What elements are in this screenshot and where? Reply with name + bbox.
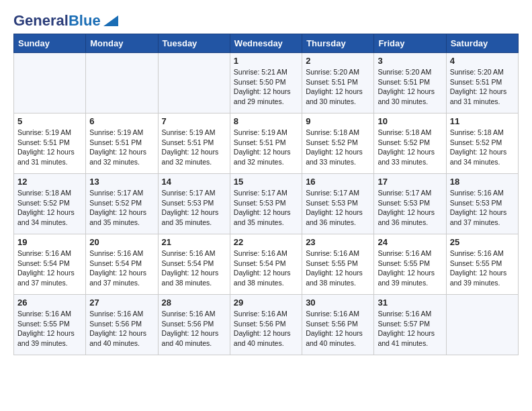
- day-number: 5: [17, 116, 82, 126]
- calendar-cell: 25Sunrise: 5:16 AM Sunset: 5:55 PM Dayli…: [446, 234, 518, 295]
- day-info: Sunrise: 5:16 AM Sunset: 5:54 PM Dayligh…: [162, 248, 226, 288]
- calendar-table: SundayMondayTuesdayWednesdayThursdayFrid…: [13, 34, 519, 355]
- day-info: Sunrise: 5:17 AM Sunset: 5:52 PM Dayligh…: [89, 188, 154, 228]
- day-info: Sunrise: 5:18 AM Sunset: 5:52 PM Dayligh…: [450, 128, 515, 167]
- day-number: 19: [17, 237, 82, 247]
- calendar-week-1: 1Sunrise: 5:21 AM Sunset: 5:50 PM Daylig…: [14, 53, 519, 113]
- day-number: 23: [306, 237, 370, 247]
- calendar-cell: 17Sunrise: 5:17 AM Sunset: 5:53 PM Dayli…: [374, 174, 446, 234]
- day-info: Sunrise: 5:16 AM Sunset: 5:54 PM Dayligh…: [17, 248, 82, 288]
- day-info: Sunrise: 5:16 AM Sunset: 5:55 PM Dayligh…: [450, 248, 515, 288]
- day-info: Sunrise: 5:20 AM Sunset: 5:51 PM Dayligh…: [306, 67, 370, 107]
- day-number: 30: [306, 298, 370, 308]
- calendar-cell: 12Sunrise: 5:18 AM Sunset: 5:52 PM Dayli…: [14, 174, 86, 234]
- day-number: 16: [306, 177, 370, 187]
- day-info: Sunrise: 5:16 AM Sunset: 5:56 PM Dayligh…: [234, 309, 298, 349]
- col-header-tuesday: Tuesday: [158, 34, 230, 53]
- day-info: Sunrise: 5:17 AM Sunset: 5:53 PM Dayligh…: [378, 188, 442, 228]
- day-number: 1: [234, 56, 298, 66]
- calendar-cell: 8Sunrise: 5:19 AM Sunset: 5:51 PM Daylig…: [230, 113, 302, 174]
- day-number: 21: [162, 237, 226, 247]
- calendar-week-4: 19Sunrise: 5:16 AM Sunset: 5:54 PM Dayli…: [14, 234, 519, 295]
- calendar-cell: [446, 295, 518, 355]
- day-number: 31: [378, 298, 442, 308]
- calendar-cell: 20Sunrise: 5:16 AM Sunset: 5:54 PM Dayli…: [86, 234, 158, 295]
- calendar-cell: 3Sunrise: 5:20 AM Sunset: 5:51 PM Daylig…: [374, 53, 446, 113]
- logo: GeneralBlue: [13, 13, 118, 28]
- day-info: Sunrise: 5:18 AM Sunset: 5:52 PM Dayligh…: [306, 128, 370, 167]
- calendar-cell: 24Sunrise: 5:16 AM Sunset: 5:55 PM Dayli…: [374, 234, 446, 295]
- calendar-week-2: 5Sunrise: 5:19 AM Sunset: 5:51 PM Daylig…: [14, 113, 519, 174]
- calendar-cell: 5Sunrise: 5:19 AM Sunset: 5:51 PM Daylig…: [14, 113, 86, 174]
- col-header-friday: Friday: [374, 34, 446, 53]
- calendar-cell: 15Sunrise: 5:17 AM Sunset: 5:53 PM Dayli…: [230, 174, 302, 234]
- day-info: Sunrise: 5:16 AM Sunset: 5:55 PM Dayligh…: [306, 248, 370, 288]
- day-number: 25: [450, 237, 515, 247]
- calendar-cell: 27Sunrise: 5:16 AM Sunset: 5:56 PM Dayli…: [86, 295, 158, 355]
- day-info: Sunrise: 5:16 AM Sunset: 5:55 PM Dayligh…: [378, 248, 442, 288]
- day-number: 14: [162, 177, 226, 187]
- day-info: Sunrise: 5:19 AM Sunset: 5:51 PM Dayligh…: [89, 128, 154, 167]
- day-number: 27: [89, 298, 154, 308]
- day-number: 6: [89, 116, 154, 126]
- day-number: 10: [378, 116, 442, 126]
- day-number: 9: [306, 116, 370, 126]
- day-info: Sunrise: 5:16 AM Sunset: 5:56 PM Dayligh…: [162, 309, 226, 349]
- day-info: Sunrise: 5:17 AM Sunset: 5:53 PM Dayligh…: [162, 188, 226, 228]
- day-info: Sunrise: 5:17 AM Sunset: 5:53 PM Dayligh…: [306, 188, 370, 228]
- col-header-saturday: Saturday: [446, 34, 518, 53]
- calendar-cell: 28Sunrise: 5:16 AM Sunset: 5:56 PM Dayli…: [158, 295, 230, 355]
- day-info: Sunrise: 5:16 AM Sunset: 5:56 PM Dayligh…: [89, 309, 154, 349]
- calendar-cell: [14, 53, 86, 113]
- calendar-cell: 30Sunrise: 5:16 AM Sunset: 5:56 PM Dayli…: [302, 295, 374, 355]
- day-info: Sunrise: 5:16 AM Sunset: 5:54 PM Dayligh…: [234, 248, 298, 288]
- day-number: 2: [306, 56, 370, 66]
- calendar-cell: 19Sunrise: 5:16 AM Sunset: 5:54 PM Dayli…: [14, 234, 86, 295]
- calendar-cell: 23Sunrise: 5:16 AM Sunset: 5:55 PM Dayli…: [302, 234, 374, 295]
- calendar-cell: 13Sunrise: 5:17 AM Sunset: 5:52 PM Dayli…: [86, 174, 158, 234]
- calendar-cell: 9Sunrise: 5:18 AM Sunset: 5:52 PM Daylig…: [302, 113, 374, 174]
- day-info: Sunrise: 5:20 AM Sunset: 5:51 PM Dayligh…: [450, 67, 515, 107]
- day-number: 12: [17, 177, 82, 187]
- day-number: 20: [89, 237, 154, 247]
- calendar-cell: 10Sunrise: 5:18 AM Sunset: 5:52 PM Dayli…: [374, 113, 446, 174]
- calendar-cell: 26Sunrise: 5:16 AM Sunset: 5:55 PM Dayli…: [14, 295, 86, 355]
- calendar-cell: 1Sunrise: 5:21 AM Sunset: 5:50 PM Daylig…: [230, 53, 302, 113]
- day-info: Sunrise: 5:16 AM Sunset: 5:54 PM Dayligh…: [89, 248, 154, 288]
- calendar-cell: 29Sunrise: 5:16 AM Sunset: 5:56 PM Dayli…: [230, 295, 302, 355]
- calendar-cell: 16Sunrise: 5:17 AM Sunset: 5:53 PM Dayli…: [302, 174, 374, 234]
- day-number: 4: [450, 56, 515, 66]
- col-header-thursday: Thursday: [302, 34, 374, 53]
- col-header-sunday: Sunday: [14, 34, 86, 53]
- day-number: 18: [450, 177, 515, 187]
- calendar-cell: 21Sunrise: 5:16 AM Sunset: 5:54 PM Dayli…: [158, 234, 230, 295]
- calendar-cell: 4Sunrise: 5:20 AM Sunset: 5:51 PM Daylig…: [446, 53, 518, 113]
- calendar-cell: 14Sunrise: 5:17 AM Sunset: 5:53 PM Dayli…: [158, 174, 230, 234]
- day-number: 7: [162, 116, 226, 126]
- day-info: Sunrise: 5:21 AM Sunset: 5:50 PM Dayligh…: [234, 67, 298, 107]
- svg-marker-0: [103, 15, 118, 26]
- logo-text: GeneralBlue: [13, 13, 101, 28]
- col-header-monday: Monday: [86, 34, 158, 53]
- day-number: 26: [17, 298, 82, 308]
- calendar-cell: 2Sunrise: 5:20 AM Sunset: 5:51 PM Daylig…: [302, 53, 374, 113]
- calendar-cell: 18Sunrise: 5:16 AM Sunset: 5:53 PM Dayli…: [446, 174, 518, 234]
- day-info: Sunrise: 5:20 AM Sunset: 5:51 PM Dayligh…: [378, 67, 442, 107]
- day-number: 8: [234, 116, 298, 126]
- calendar-cell: 22Sunrise: 5:16 AM Sunset: 5:54 PM Dayli…: [230, 234, 302, 295]
- day-number: 29: [234, 298, 298, 308]
- day-number: 3: [378, 56, 442, 66]
- day-number: 17: [378, 177, 442, 187]
- calendar-header: SundayMondayTuesdayWednesdayThursdayFrid…: [14, 34, 519, 53]
- calendar-week-5: 26Sunrise: 5:16 AM Sunset: 5:55 PM Dayli…: [14, 295, 519, 355]
- day-info: Sunrise: 5:16 AM Sunset: 5:55 PM Dayligh…: [17, 309, 82, 349]
- day-number: 15: [234, 177, 298, 187]
- day-info: Sunrise: 5:16 AM Sunset: 5:56 PM Dayligh…: [306, 309, 370, 349]
- day-info: Sunrise: 5:18 AM Sunset: 5:52 PM Dayligh…: [17, 188, 82, 228]
- day-info: Sunrise: 5:16 AM Sunset: 5:53 PM Dayligh…: [450, 188, 515, 228]
- calendar-week-3: 12Sunrise: 5:18 AM Sunset: 5:52 PM Dayli…: [14, 174, 519, 234]
- calendar-cell: 6Sunrise: 5:19 AM Sunset: 5:51 PM Daylig…: [86, 113, 158, 174]
- day-number: 13: [89, 177, 154, 187]
- calendar-cell: [86, 53, 158, 113]
- col-header-wednesday: Wednesday: [230, 34, 302, 53]
